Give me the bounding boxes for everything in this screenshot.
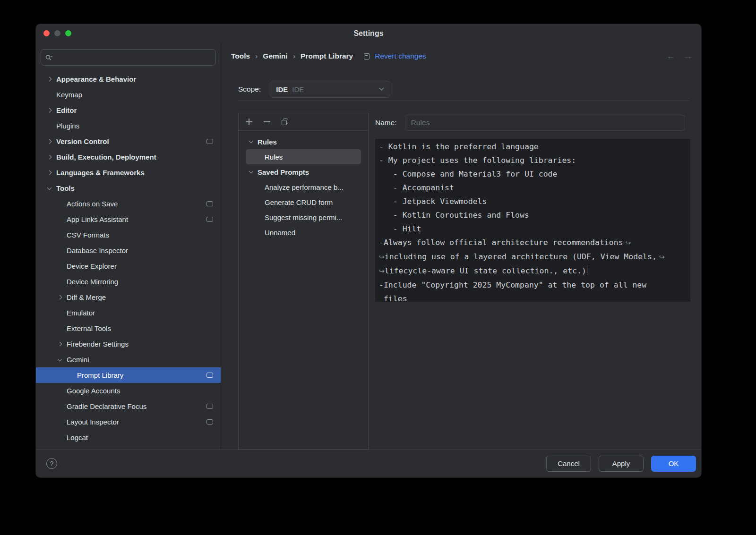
settings-window: Settings Appearance & BehaviorKeymapEdit… xyxy=(35,24,702,478)
sidebar-item-tools[interactable]: Tools xyxy=(36,180,221,196)
minimize-window-button[interactable] xyxy=(54,30,60,36)
footer-buttons: Cancel Apply OK xyxy=(546,456,696,472)
chevron-down-icon xyxy=(249,141,258,143)
editor-line: -Always follow official architecture rec… xyxy=(379,236,687,250)
footer: ? Cancel Apply OK xyxy=(36,449,701,477)
editor-line: - Accompanist xyxy=(379,181,687,195)
sidebar-item-prompt-library[interactable]: Prompt Library xyxy=(36,367,221,383)
sidebar-item-label: Diff & Merge xyxy=(67,293,106,301)
sidebar-item-label: Layout Inspector xyxy=(67,418,119,426)
editor-line-text: including use of a layered architecture … xyxy=(385,252,657,261)
back-icon[interactable]: ← xyxy=(666,51,676,61)
scope-value: IDE xyxy=(276,85,288,93)
sidebar-item-appearance-behavior[interactable]: Appearance & Behavior xyxy=(36,71,221,87)
editor-line: ↪including use of a layered architecture… xyxy=(379,250,687,264)
screen-settings-icon xyxy=(206,373,213,378)
editor-line: - Kotlin is the preferred language xyxy=(379,140,687,153)
chevron-glyph xyxy=(58,295,62,300)
sidebar-item-device-explorer[interactable]: Device Explorer xyxy=(36,258,221,274)
chevron-glyph xyxy=(47,108,52,113)
chevron-glyph xyxy=(249,139,254,144)
cancel-button[interactable]: Cancel xyxy=(546,456,591,472)
editor-line-text: - Jetpack Viewmodels xyxy=(379,197,487,206)
add-prompt-button[interactable] xyxy=(245,118,253,126)
history-navigation: ← → xyxy=(666,51,693,61)
sidebar-item-label: Device Mirroring xyxy=(67,278,118,286)
breadcrumb-tools[interactable]: Tools xyxy=(231,52,250,60)
sidebar-item-label: Logcat xyxy=(67,433,88,442)
scope-dropdown[interactable]: IDE IDE xyxy=(270,81,390,98)
breadcrumb-prompt-library[interactable]: Prompt Library xyxy=(301,52,353,60)
sidebar-item-version-control[interactable]: Version Control xyxy=(36,134,221,149)
prompt-item-analyze-performance-b[interactable]: Analyze performance b... xyxy=(246,179,361,195)
forward-icon[interactable]: → xyxy=(683,51,693,61)
screen-settings-icon xyxy=(206,217,213,222)
chevron-down-icon xyxy=(249,171,258,173)
sidebar-item-database-inspector[interactable]: Database Inspector xyxy=(36,243,221,258)
sidebar-item-firebender-settings[interactable]: Firebender Settings xyxy=(36,336,221,352)
apply-button[interactable]: Apply xyxy=(599,456,644,472)
prompt-item-rules[interactable]: Rules xyxy=(246,149,361,164)
sidebar-item-label: Device Explorer xyxy=(67,262,117,270)
prompt-item-suggest-missing-permi[interactable]: Suggest missing permi... xyxy=(246,210,361,225)
settings-search-box[interactable] xyxy=(41,49,216,66)
prompt-item-unnamed[interactable]: Unnamed xyxy=(246,225,361,240)
sidebar-item-plugins[interactable]: Plugins xyxy=(36,118,221,134)
duplicate-prompt-button[interactable] xyxy=(281,118,289,126)
help-button[interactable]: ? xyxy=(46,458,57,469)
chevron-right-icon xyxy=(47,77,56,81)
sidebar-item-label: Build, Execution, Deployment xyxy=(56,153,156,161)
sidebar-item-app-links-assistant[interactable]: App Links Assistant xyxy=(36,212,221,227)
editor-line: - Hilt xyxy=(379,222,687,236)
sidebar-item-layout-inspector[interactable]: Layout Inspector xyxy=(36,414,221,430)
revert-icon xyxy=(364,53,369,59)
prompt-group-rules[interactable]: Rules xyxy=(239,134,368,149)
editor-line-text: files xyxy=(379,294,407,302)
sidebar-item-label: Tools xyxy=(56,184,75,192)
prompt-editor[interactable]: - Kotlin is the preferred language- My p… xyxy=(375,139,690,302)
editor-line-text: - Accompanist xyxy=(379,183,454,192)
prompt-name-input[interactable] xyxy=(405,115,685,131)
editor-line-text: - Compose and Material3 for UI code xyxy=(379,170,558,178)
sidebar-item-label: Version Control xyxy=(56,137,109,145)
remove-prompt-button[interactable] xyxy=(263,118,271,126)
sidebar-item-device-mirroring[interactable]: Device Mirroring xyxy=(36,274,221,289)
editor-line-text: - Kotlin is the preferred language xyxy=(379,142,539,151)
sidebar-item-gradle-declarative-focus[interactable]: Gradle Declarative Focus xyxy=(36,399,221,414)
editor-line-text: - Kotlin Coroutines and Flows xyxy=(379,211,529,220)
sidebar-item-editor[interactable]: Editor xyxy=(36,102,221,118)
revert-changes-link[interactable]: Revert changes xyxy=(375,52,426,60)
prompt-group-saved-prompts[interactable]: Saved Prompts xyxy=(239,164,368,179)
sidebar-item-languages-frameworks[interactable]: Languages & Frameworks xyxy=(36,165,221,180)
editor-line-text: -Always follow official architecture rec… xyxy=(379,238,623,247)
search-input[interactable] xyxy=(56,53,211,61)
sidebar-item-emulator[interactable]: Emulator xyxy=(36,305,221,321)
prompt-item-generate-crud-form[interactable]: Generate CRUD form xyxy=(246,195,361,210)
editor-line-text: lifecycle-aware UI state collection., et… xyxy=(385,266,586,275)
scope-value-hint: IDE xyxy=(292,85,304,93)
sidebar-item-keymap[interactable]: Keymap xyxy=(36,87,221,102)
ok-button[interactable]: OK xyxy=(651,456,696,472)
sidebar-item-logcat[interactable]: Logcat xyxy=(36,430,221,445)
sidebar-item-actions-on-save[interactable]: Actions on Save xyxy=(36,196,221,212)
prompt-group-label: Rules xyxy=(258,138,277,146)
sidebar-item-label: Prompt Library xyxy=(77,371,123,379)
text-caret xyxy=(587,266,588,275)
desktop-background: Settings Appearance & BehaviorKeymapEdit… xyxy=(0,0,756,535)
sidebar-item-label: Firebender Settings xyxy=(67,340,129,348)
sidebar-item-csv-formats[interactable]: CSV Formats xyxy=(36,227,221,243)
sidebar-item-google-accounts[interactable]: Google Accounts xyxy=(36,383,221,399)
breadcrumb-gemini[interactable]: Gemini xyxy=(263,52,288,60)
close-window-button[interactable] xyxy=(43,30,50,36)
sidebar-item-label: Languages & Frameworks xyxy=(56,169,145,177)
sidebar-item-label: Keymap xyxy=(56,91,82,99)
soft-wrap-icon: ↪ xyxy=(379,267,385,275)
sidebar-item-build-execution-deployment[interactable]: Build, Execution, Deployment xyxy=(36,149,221,165)
sidebar-item-label: App Links Assistant xyxy=(67,215,128,223)
prompt-item-label: Suggest missing permi... xyxy=(265,213,342,221)
zoom-window-button[interactable] xyxy=(65,30,71,36)
prompt-name-row: Name: xyxy=(375,115,685,131)
sidebar-item-gemini[interactable]: Gemini xyxy=(36,352,221,367)
sidebar-item-diff-merge[interactable]: Diff & Merge xyxy=(36,289,221,305)
sidebar-item-external-tools[interactable]: External Tools xyxy=(36,321,221,336)
